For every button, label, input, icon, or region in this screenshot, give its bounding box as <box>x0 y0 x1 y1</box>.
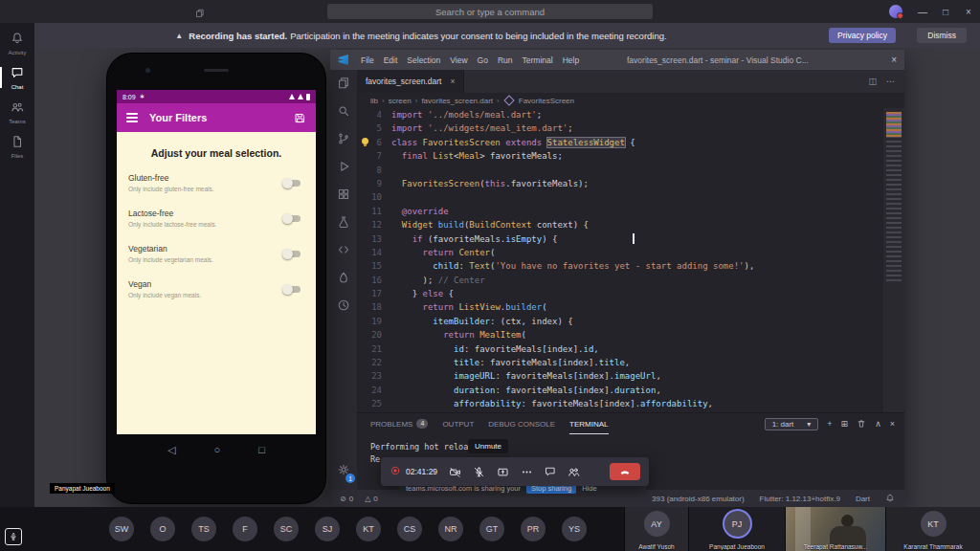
menu-run[interactable]: Run <box>493 55 518 65</box>
nav-back-icon[interactable]: ◁ <box>167 444 175 456</box>
beaker-icon[interactable] <box>337 215 350 232</box>
mute-indicator-icon[interactable] <box>5 528 22 545</box>
code-line[interactable]: 13 if (favoriteMeals.isEmpty) { <box>357 232 883 246</box>
search-icon[interactable] <box>337 104 350 121</box>
code-line[interactable]: 8 <box>357 164 883 177</box>
blocks-icon[interactable] <box>337 187 350 205</box>
menu-edit[interactable]: Edit <box>379 55 403 65</box>
more-options-button[interactable] <box>521 466 533 478</box>
menu-view[interactable]: View <box>445 55 472 65</box>
code-line[interactable]: 15 child: Text('You have no favorites ye… <box>357 259 883 273</box>
nav-recents-icon[interactable]: □ <box>258 444 265 455</box>
code-line[interactable]: 20 return MealItem( <box>357 328 883 342</box>
clock-icon[interactable] <box>337 298 350 316</box>
menu-go[interactable]: Go <box>473 55 493 65</box>
minimize-button[interactable]: — <box>911 0 934 23</box>
participant-avatar[interactable]: F <box>233 517 257 541</box>
status-problems-item[interactable]: △0 <box>365 495 378 503</box>
maximize-button[interactable]: □ <box>934 0 957 23</box>
filter-toggle[interactable] <box>283 248 302 259</box>
participant-avatar[interactable]: NR <box>438 517 463 541</box>
code-line[interactable]: 6class FavoritesScreen extends Stateless… <box>357 136 883 149</box>
code-line[interactable]: 22 title: favoriteMeals[index].title, <box>357 356 883 369</box>
privacy-policy-button[interactable]: Privacy policy <box>829 28 896 43</box>
close-panel-icon[interactable]: × <box>890 419 895 429</box>
editor-tab[interactable]: favorites_screen.dart × <box>357 70 464 93</box>
tab-close-icon[interactable]: × <box>450 77 455 86</box>
save-icon[interactable] <box>294 112 306 124</box>
code-line[interactable]: 11 @override <box>357 205 883 218</box>
new-terminal-icon[interactable]: + <box>827 419 832 429</box>
code-line[interactable]: 24 duration: favoriteMeals[index].durati… <box>357 384 883 397</box>
menu-selection[interactable]: Selection <box>402 55 445 65</box>
participant-avatar[interactable]: CS <box>397 517 422 541</box>
participants-button[interactable] <box>568 466 580 478</box>
participant-avatar[interactable]: SW <box>109 517 134 541</box>
participant-avatar[interactable]: SC <box>274 517 299 541</box>
participant-avatar[interactable]: GT <box>479 517 504 541</box>
filter-toggle[interactable] <box>283 283 302 295</box>
code-editor[interactable]: 4import '../models/meal.dart';5import '.… <box>357 108 883 413</box>
breadcrumb[interactable]: lib <box>370 97 378 105</box>
hangup-button[interactable] <box>610 463 640 480</box>
camera-button[interactable] <box>449 466 461 478</box>
menu-help[interactable]: Help <box>558 55 584 65</box>
code-line[interactable]: 23 imageURL: favoriteMeals[index].imageU… <box>357 369 883 383</box>
menu-file[interactable]: File <box>356 55 379 65</box>
sidebar-item-files[interactable]: Files <box>0 132 34 161</box>
panel-tab-debug-console[interactable]: DEBUG CONSOLE <box>488 413 555 434</box>
breadcrumb[interactable]: FavoritesScreen <box>519 97 574 105</box>
code-line[interactable]: 12 Widget build(BuildContext context) { <box>357 218 883 231</box>
nav-home-icon[interactable]: ○ <box>214 444 221 455</box>
droplet-icon[interactable] <box>337 271 350 288</box>
code-line[interactable]: 19 itemBuilder: (ctx, index) { <box>357 315 883 328</box>
panel-tab-output[interactable]: OUTPUT <box>442 413 474 434</box>
split-editor-icon[interactable]: ◫ <box>868 77 877 86</box>
status-problems-item[interactable]: ⊘0 <box>340 495 353 503</box>
code-line[interactable]: 25 affordability: favoriteMeals[index].a… <box>357 397 883 410</box>
filter-toggle[interactable] <box>283 177 302 188</box>
participant-avatar[interactable]: O <box>150 517 175 541</box>
code-line[interactable]: 7 final List<Meal> favoriteMeals; <box>357 149 883 163</box>
code-line[interactable]: 10 <box>357 190 883 204</box>
status-item[interactable]: Flutter: 1.12.13+hotfix.9 <box>760 495 840 503</box>
chat-button[interactable] <box>545 466 556 477</box>
branch-icon[interactable] <box>337 132 350 149</box>
chevrons-icon[interactable] <box>337 243 350 260</box>
files-icon[interactable] <box>337 77 350 94</box>
terminal-select[interactable]: 1: dart ▾ <box>765 418 819 430</box>
code-line[interactable]: 5import '../widgets/meal_item.dart'; <box>357 121 883 135</box>
split-terminal-icon[interactable]: ⊞ <box>841 419 849 429</box>
kill-terminal-icon[interactable] <box>857 419 866 429</box>
sidebar-item-chat[interactable]: Chat <box>0 63 34 92</box>
participant-tile[interactable]: PJPanyapat Jueaboon <box>688 507 785 551</box>
breadcrumb[interactable]: screen <box>389 97 412 105</box>
maximize-panel-icon[interactable]: ∧ <box>875 419 881 429</box>
participant-tile[interactable]: AYAwatif Yusoh <box>624 507 688 551</box>
minimap[interactable] <box>883 108 904 413</box>
menu-terminal[interactable]: Terminal <box>518 55 558 65</box>
open-in-app-icon[interactable] <box>195 5 205 22</box>
sidebar-item-teams[interactable]: Teams <box>0 98 34 126</box>
sidebar-item-activity[interactable]: Activity <box>0 29 34 57</box>
lightbulb-icon[interactable] <box>362 138 368 144</box>
share-button[interactable] <box>497 466 509 478</box>
breadcrumb[interactable]: favorites_screen.dart <box>421 97 493 105</box>
search-input[interactable]: Search or type a command <box>327 4 653 19</box>
participant-tile[interactable]: KTKaranrat Thammarak <box>885 507 980 551</box>
vscode-close-icon[interactable]: × <box>891 55 897 65</box>
participant-tile[interactable]: Teerapat Rattanasuw... <box>785 507 885 551</box>
participant-avatar[interactable]: YS <box>562 517 587 541</box>
code-line[interactable]: 21 id: favoriteMeals[index].id, <box>357 342 883 356</box>
bell-icon[interactable] <box>885 494 895 503</box>
code-line[interactable]: 18 return ListView.builder( <box>357 300 883 314</box>
code-line[interactable]: 9 FavoritesScreen(this.favoriteMeals); <box>357 177 883 190</box>
status-item[interactable]: 393 (android-x86 emulator) <box>652 495 745 503</box>
panel-tab-terminal[interactable]: TERMINAL <box>569 413 608 434</box>
menu-icon[interactable] <box>126 113 138 122</box>
participant-avatar[interactable]: PR <box>521 517 546 541</box>
participant-avatar[interactable]: SJ <box>315 517 340 541</box>
filter-toggle[interactable] <box>283 212 302 224</box>
participant-avatar[interactable]: TS <box>191 517 216 541</box>
dismiss-button[interactable]: Dismiss <box>917 28 967 43</box>
